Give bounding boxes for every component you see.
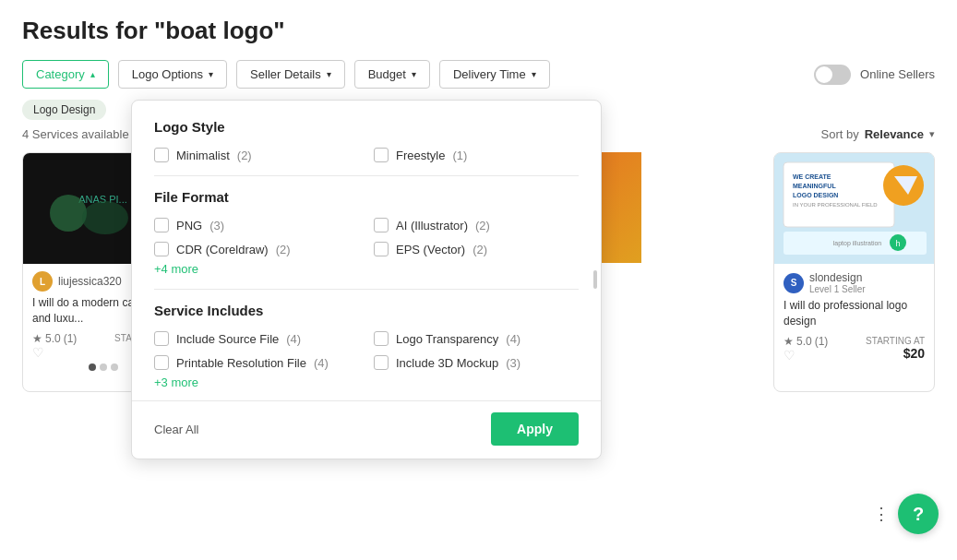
- option-freestyle[interactable]: Freestyle (1): [374, 148, 579, 162]
- svg-point-2: [50, 195, 87, 232]
- checkbox-minimalist[interactable]: [154, 148, 169, 162]
- star-icon-1: ★: [32, 332, 42, 345]
- avatar-2: S: [784, 273, 804, 293]
- card-svg-2: WE CREATE MEANINGFUL LOGO DESIGN IN YOUR…: [774, 153, 934, 264]
- checkbox-printable-resolution[interactable]: [154, 355, 169, 370]
- svg-text:h: h: [895, 239, 900, 248]
- dropdown-scroll-area[interactable]: Logo Style Minimalist (2) Freestyle (1) …: [132, 101, 601, 400]
- avatar-1: L: [32, 271, 53, 292]
- option-printable-resolution[interactable]: Printable Resolution File (4): [154, 355, 359, 370]
- dropdown-footer: Clear All Apply: [132, 400, 601, 459]
- apply-button[interactable]: Apply: [491, 412, 579, 446]
- price-area-2: STARTING AT $20: [866, 336, 925, 361]
- checkbox-freestyle[interactable]: [374, 148, 389, 162]
- seller-name-1: liujessica320: [58, 275, 122, 288]
- option-logo-transparency[interactable]: Logo Transparency (4): [374, 331, 579, 346]
- option-eps[interactable]: EPS (Vector) (2): [374, 242, 579, 256]
- scroll-thumb: [593, 270, 597, 289]
- sort-label: Sort by: [820, 127, 858, 141]
- filter-seller-details[interactable]: Seller Details ▾: [236, 60, 345, 89]
- online-sellers-toggle[interactable]: [814, 65, 851, 85]
- svg-text:WE CREATE: WE CREATE: [793, 173, 831, 180]
- page-title: Results for "boat logo": [22, 17, 935, 45]
- checkbox-ai[interactable]: [374, 218, 389, 232]
- checkbox-logo-transparency[interactable]: [374, 331, 389, 346]
- sort-value[interactable]: Relevance: [865, 127, 924, 141]
- option-3d-mockup[interactable]: Include 3D Mockup (3): [374, 355, 579, 370]
- chevron-down-icon: ▾: [209, 69, 213, 79]
- filter-logo-options[interactable]: Logo Options ▾: [118, 60, 227, 89]
- dot-2: [111, 363, 118, 371]
- svg-text:IN YOUR PROFESSIONAL FIELD: IN YOUR PROFESSIONAL FIELD: [793, 202, 878, 208]
- more-service-includes[interactable]: +3 more: [154, 375, 579, 389]
- filter-bar: Category ▴ Logo Options ▾ Seller Details…: [0, 60, 957, 100]
- rating-1: ★ 5.0 (1): [32, 332, 77, 345]
- card-footer-2: ★ 5.0 (1) ♡ STARTING AT $20: [784, 335, 925, 363]
- option-ai[interactable]: AI (Illustrator) (2): [374, 218, 579, 232]
- checkbox-source-file[interactable]: [154, 331, 169, 346]
- card-desc-2: I will do professional logo design: [784, 298, 925, 329]
- tag-logo-design[interactable]: Logo Design: [22, 100, 106, 120]
- logo-options-dropdown: Logo Style Minimalist (2) Freestyle (1) …: [131, 100, 602, 459]
- heart-icon-1[interactable]: ♡: [32, 345, 44, 360]
- services-count: 4 Services available: [22, 127, 129, 141]
- svg-text:MEANINGFUL: MEANINGFUL: [793, 183, 836, 189]
- filter-category[interactable]: Category ▴: [22, 60, 109, 89]
- heart-icon-2[interactable]: ♡: [784, 348, 796, 363]
- checkbox-3d-mockup[interactable]: [374, 355, 389, 370]
- sort-chevron-icon: ▾: [929, 128, 935, 140]
- file-format-options: PNG (3) AI (Illustrator) (2) CDR (Coreld…: [154, 218, 579, 256]
- help-button[interactable]: ?: [898, 494, 939, 534]
- chevron-up-icon: ▴: [90, 69, 95, 79]
- chevron-down-icon: ▾: [412, 69, 416, 79]
- toggle-knob: [816, 66, 832, 83]
- checkbox-cdr[interactable]: [154, 242, 169, 256]
- section-title-logo-style: Logo Style: [154, 119, 579, 135]
- checkbox-png[interactable]: [154, 218, 169, 232]
- filter-delivery-time[interactable]: Delivery Time ▾: [439, 60, 550, 89]
- scroll-indicator: [593, 270, 597, 289]
- online-sellers-toggle-area: Online Sellers: [814, 65, 935, 85]
- chevron-down-icon: ▾: [327, 69, 331, 79]
- option-source-file[interactable]: Include Source File (4): [154, 331, 359, 346]
- service-includes-options: Include Source File (4) Logo Transparenc…: [154, 331, 579, 370]
- rating-2: ★ 5.0 (1): [784, 335, 828, 348]
- section-title-service-includes: Service Includes: [154, 303, 579, 318]
- svg-text:LOGO DESIGN: LOGO DESIGN: [793, 192, 838, 198]
- logo-style-options: Minimalist (2) Freestyle (1): [154, 148, 579, 162]
- product-card-2: WE CREATE MEANINGFUL LOGO DESIGN IN YOUR…: [773, 152, 935, 392]
- divider-1: [154, 175, 579, 176]
- checkbox-eps[interactable]: [374, 242, 389, 256]
- clear-all-button[interactable]: Clear All: [154, 423, 198, 436]
- star-icon-2: ★: [784, 335, 794, 348]
- chevron-down-icon: ▾: [532, 69, 536, 79]
- online-sellers-label: Online Sellers: [860, 67, 935, 81]
- option-png[interactable]: PNG (3): [154, 218, 359, 232]
- svg-text:laptop illustration: laptop illustration: [833, 240, 882, 247]
- dot-1: [100, 363, 107, 371]
- more-file-formats[interactable]: +4 more: [154, 262, 579, 276]
- option-cdr[interactable]: CDR (Coreldraw) (2): [154, 242, 359, 256]
- section-title-file-format: File Format: [154, 189, 579, 205]
- svg-point-3: [82, 201, 128, 234]
- card-image-2: WE CREATE MEANINGFUL LOGO DESIGN IN YOUR…: [774, 153, 934, 264]
- divider-2: [154, 289, 579, 290]
- seller-info-2: slondesign Level 1 Seller: [809, 271, 866, 294]
- option-minimalist[interactable]: Minimalist (2): [154, 148, 359, 162]
- more-options-button[interactable]: ⋮: [868, 494, 894, 534]
- card-seller-2: S slondesign Level 1 Seller: [784, 271, 925, 294]
- dot-active: [89, 363, 96, 371]
- filter-budget[interactable]: Budget ▾: [354, 60, 430, 89]
- card-body-2: S slondesign Level 1 Seller I will do pr…: [774, 264, 934, 370]
